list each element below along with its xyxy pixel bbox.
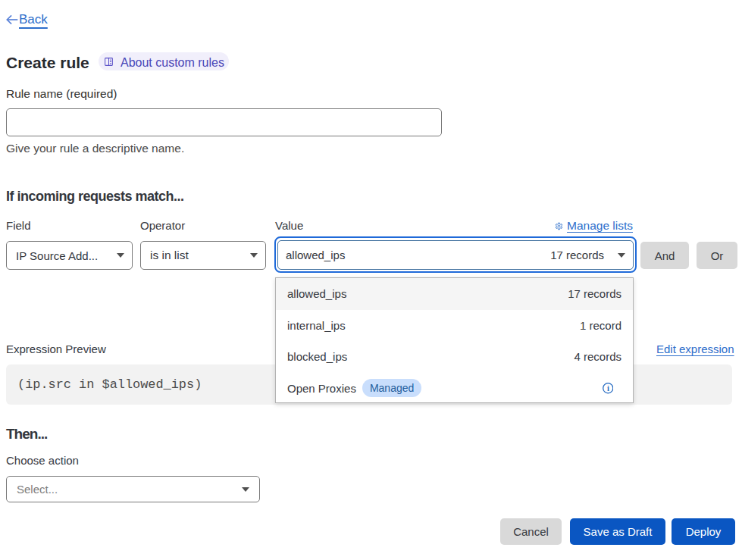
svg-text:i: i — [606, 384, 609, 393]
